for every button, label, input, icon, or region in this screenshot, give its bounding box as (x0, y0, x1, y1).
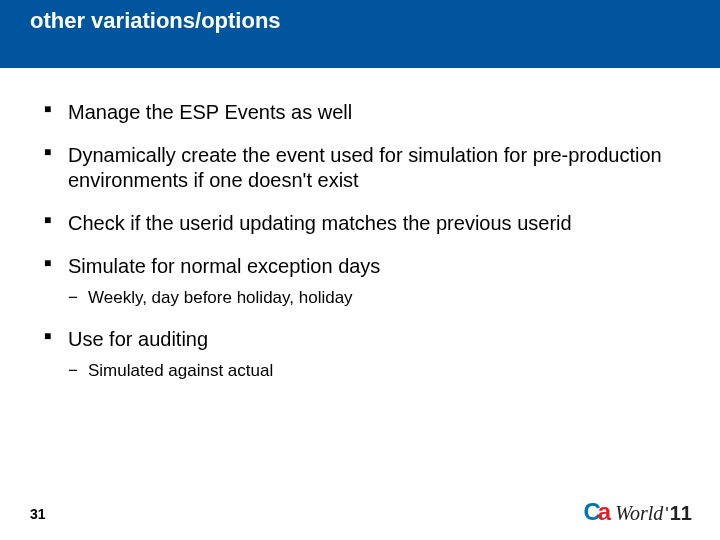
content-area: Manage the ESP Events as well Dynamicall… (0, 68, 720, 382)
bullet-item: Use for auditing Simulated against actua… (44, 327, 676, 382)
logo-year: 11 (670, 502, 692, 525)
bullet-text: Use for auditing (68, 328, 208, 350)
logo-world: World (615, 502, 663, 525)
logo-a: a (598, 498, 611, 526)
bullet-list: Manage the ESP Events as well Dynamicall… (44, 100, 676, 382)
slide-title: other variations/options (30, 8, 690, 34)
sub-list: Weekly, day before holiday, holiday (68, 287, 676, 309)
bullet-item: Simulate for normal exception days Weekl… (44, 254, 676, 309)
bullet-item: Dynamically create the event used for si… (44, 143, 676, 193)
title-bar: other variations/options (0, 0, 720, 68)
slide: other variations/options Manage the ESP … (0, 0, 720, 540)
footer-logo: C a World ' 11 (583, 498, 692, 526)
bullet-text: Simulate for normal exception days (68, 255, 380, 277)
ca-logo-icon: C a (583, 498, 611, 526)
bullet-text: Manage the ESP Events as well (68, 101, 352, 123)
logo-apostrophe: ' (665, 504, 668, 525)
page-number: 31 (30, 506, 46, 522)
sub-item: Weekly, day before holiday, holiday (68, 287, 676, 309)
sub-list: Simulated against actual (68, 360, 676, 382)
sub-item: Simulated against actual (68, 360, 676, 382)
bullet-text: Check if the userid updating matches the… (68, 212, 572, 234)
bullet-item: Manage the ESP Events as well (44, 100, 676, 125)
bullet-text: Dynamically create the event used for si… (68, 144, 662, 191)
bullet-item: Check if the userid updating matches the… (44, 211, 676, 236)
